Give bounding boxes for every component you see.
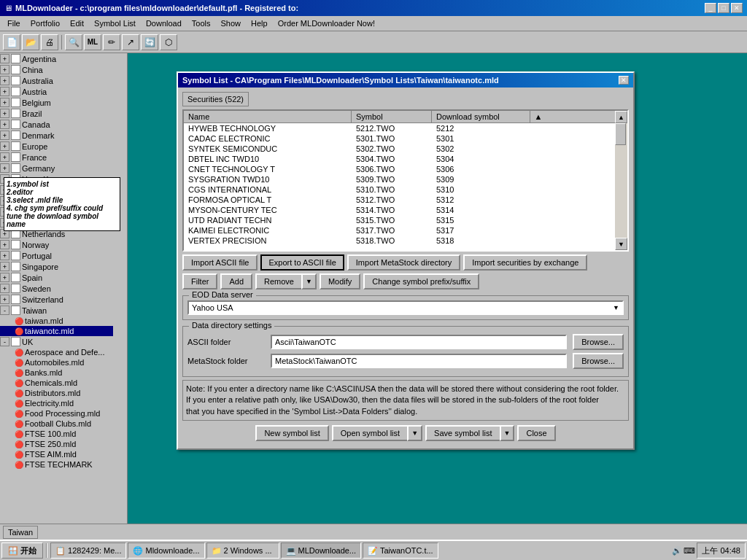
dialog-body: Securities (522) Name Symbol Download sy… [178,88,633,448]
list-row-3[interactable]: DBTEL INC TWD10 5304.TWO 5304 [184,154,627,164]
list-body[interactable]: HYWEB TECHNOLOGY 5212.TWO 5212 CADAC ELE… [184,123,627,245]
list-row-1[interactable]: CADAC ELECTRONIC 5301.TWO 5301 [184,133,627,144]
list-row-7[interactable]: FORMOSA OPTICAL T 5312.TWO 5312 [184,195,627,205]
save-symbol-arrow[interactable]: ▼ [500,425,515,441]
button-row-2: Filter Add Remove ▼ Modify Change symbol… [182,273,629,289]
col-name[interactable]: Name [184,111,352,122]
main-window: 🖥 MLDownloader - c:\program files\mldown… [0,0,747,543]
list-row-2[interactable]: SYNTEK SEMICONDUC 5302.TWO 5302 [184,144,627,154]
taskbar-item-2[interactable]: 🌐 Mldownloade... [128,542,204,559]
scroll-down[interactable]: ▼ [615,238,627,250]
open-symbol-button[interactable]: Open symbol list [332,425,407,441]
button-row-1: Import ASCII file Export to ASCII file I… [182,254,629,271]
filter-button[interactable]: Filter [182,273,217,289]
list-row-9[interactable]: UTD RADIANT TECHN 5315.TWO 5315 [184,215,627,225]
ascii-label: ASCII folder [187,338,268,346]
open-symbol-arrow[interactable]: ▼ [407,425,422,441]
change-symbol-button[interactable]: Change symbol prefix/suffix [363,273,479,289]
save-symbol-dropdown[interactable]: Save symbol list ▼ [425,425,514,441]
note-line2: If you enter a relative path only, like … [186,394,625,405]
securities-list[interactable]: Name Symbol Download symbol ▲ HYWEB TECH… [182,109,629,252]
list-row-10[interactable]: KAIMEI ELECTRONIC 5317.TWO 5317 [184,225,627,236]
taskbar-icon-1: 📋 [55,546,66,556]
symbol-list-dialog: Symbol List - CA\Program Files\MLDownloa… [177,71,635,450]
data-dir-label: Data directory settings [189,321,274,330]
dialog-title-bar: Symbol List - CA\Program Files\MLDownloa… [178,73,633,88]
import-metastock-button[interactable]: Import MetaStock directory [347,254,460,271]
browse1-button[interactable]: Browse... [573,334,624,350]
note-box: Note: If you enter a directory name like… [182,380,629,421]
taskbar-item-5[interactable]: 📝 TaiwanOTC.t... [363,542,438,559]
dialog-overlay: Symbol List - CA\Program Files\MLDownloa… [0,0,747,560]
eod-arrow: ▼ [613,304,619,311]
taskbar-icon-5: 📝 [368,546,378,556]
metastock-row: MetaStock folder Browse... [187,353,624,369]
new-symbol-button[interactable]: New symbol list [255,425,328,441]
list-row-11[interactable]: VERTEX PRECISION 5318.TWO 5318 [184,236,627,245]
ascii-row: ASCII folder Browse... [187,334,624,350]
taskbar-item-3[interactable]: 📁 2 Windows ... [206,542,279,559]
taskbar-item-1[interactable]: 📋 1282429: Me... [50,542,126,559]
import-securities-exchange-button[interactable]: Import securities by exchange [463,254,587,271]
main-area: + Argentina + China + Australia + [0,53,747,543]
eod-group: EOD Data server Yahoo USA ▼ [182,295,629,320]
dialog-close-button[interactable]: ✕ [619,76,629,85]
modify-button[interactable]: Modify [320,273,360,289]
eod-label: EOD Data server [189,290,256,299]
securities-count: Securities (522) [182,92,249,106]
bottom-buttons: New symbol list Open symbol list ▼ Save … [182,425,629,441]
list-row-8[interactable]: MYSON-CENTURY TEC 5314.TWO 5314 [184,205,627,215]
tray-icon-1: 🔊 [672,546,682,556]
taskbar-tray: 🔊 ⌨ 上午 04:48 [672,542,746,559]
taskbar-icon-4: 💻 [286,546,296,556]
eod-dropdown[interactable]: Yahoo USA ▼ [187,300,624,315]
note-line3: that you have specified in the 'Symbol L… [186,406,625,417]
start-label: 开始 [20,545,36,556]
taskbar-sep [46,543,47,558]
remove-button[interactable]: Remove [255,273,301,289]
list-row-0[interactable]: HYWEB TECHNOLOGY 5212.TWO 5212 [184,123,627,133]
col-sort[interactable]: ▲ [530,111,628,122]
scroll-up[interactable]: ▲ [615,111,627,123]
metastock-input[interactable] [271,354,567,368]
start-icon: 🪟 [8,546,18,556]
browse2-button[interactable]: Browse... [573,353,624,369]
col-download[interactable]: Download symbol [432,111,530,122]
open-symbol-dropdown[interactable]: Open symbol list ▼ [332,425,422,441]
note-line1: Note: If you enter a directory name like… [186,384,625,394]
scroll-track[interactable] [615,123,627,238]
remove-dropdown[interactable]: Remove ▼ [255,273,317,289]
col-symbol[interactable]: Symbol [352,111,432,122]
taskbar-icon-2: 🌐 [133,546,143,556]
start-button[interactable]: 🪟 开始 [1,542,43,559]
save-symbol-button[interactable]: Save symbol list [425,425,499,441]
metastock-label: MetaStock folder [187,357,268,365]
data-dir-group: Data directory settings ASCII folder Bro… [182,326,629,377]
list-scrollbar[interactable]: ▲ ▼ [615,111,627,250]
taskbar-clock: 上午 04:48 [697,542,746,559]
list-row-5[interactable]: SYSGRATION TWD10 5309.TWO 5309 [184,174,627,184]
taskbar-item-4[interactable]: 💻 MLDownloade... [281,542,362,559]
eod-value: Yahoo USA [192,303,233,312]
close-button[interactable]: Close [517,425,555,441]
add-button[interactable]: Add [220,273,252,289]
list-row-4[interactable]: CNET TECHNOLOGY T 5306.TWO 5306 [184,164,627,174]
import-ascii-button[interactable]: Import ASCII file [182,254,258,271]
taskbar-icon-3: 📁 [212,546,222,556]
remove-arrow[interactable]: ▼ [301,273,317,289]
list-headers: Name Symbol Download symbol ▲ [184,111,627,123]
ascii-input[interactable] [271,335,567,349]
list-row-6[interactable]: CGS INTERNATIONAL 5310.TWO 5310 [184,184,627,195]
taskbar: 🪟 开始 📋 1282429: Me... 🌐 Mldownloade... 📁… [0,540,747,560]
export-ascii-button[interactable]: Export to ASCII file [260,254,344,271]
dialog-title-text: Symbol List - CA\Program Files\MLDownloa… [182,76,499,85]
tray-icon-2: ⌨ [684,546,695,556]
scroll-thumb[interactable] [615,123,626,145]
